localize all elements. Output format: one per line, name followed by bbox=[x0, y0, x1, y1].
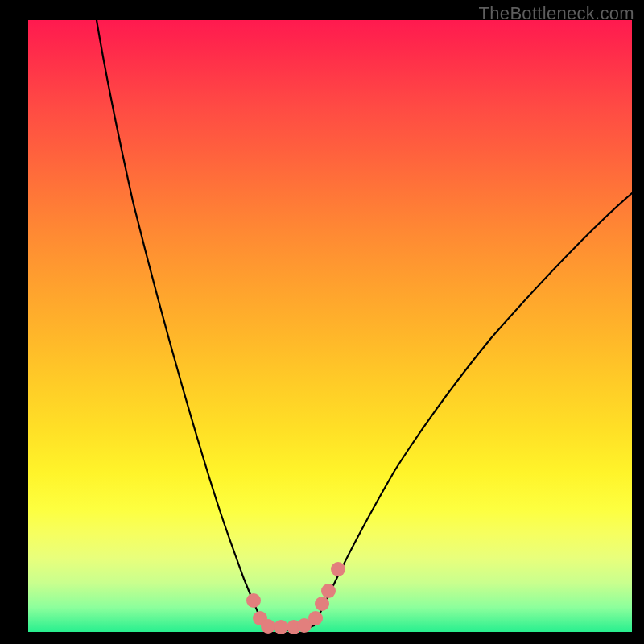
marker-dot bbox=[308, 611, 323, 625]
marker-dot bbox=[261, 619, 275, 634]
marker-dot bbox=[246, 593, 261, 608]
marker-group bbox=[246, 562, 345, 634]
left-curve bbox=[97, 20, 263, 625]
chart-frame: TheBottleneck.com bbox=[0, 0, 644, 644]
chart-svg bbox=[28, 20, 632, 632]
marker-dot bbox=[331, 562, 345, 576]
watermark-text: TheBottleneck.com bbox=[479, 3, 634, 24]
marker-dot bbox=[274, 620, 288, 634]
marker-dot bbox=[315, 597, 329, 611]
plot-area bbox=[28, 20, 632, 632]
right-curve bbox=[314, 193, 632, 625]
marker-dot bbox=[321, 584, 336, 598]
